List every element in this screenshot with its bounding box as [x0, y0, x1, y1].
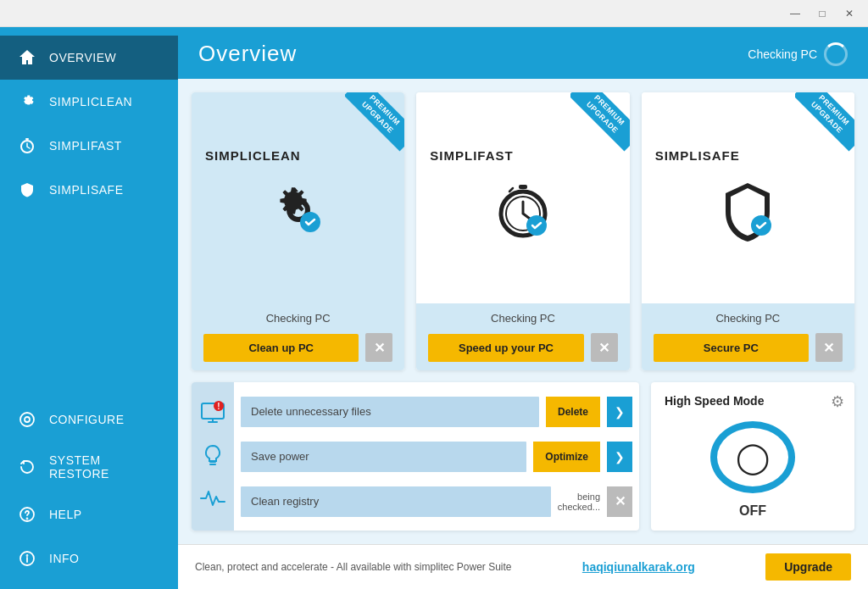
task-savepower-label: Save power: [241, 442, 526, 472]
simplifast-card-bottom: Checking PC Speed up your PC ✕: [416, 303, 629, 370]
simplifast-actions: Speed up your PC ✕: [428, 333, 617, 362]
highspeed-title: High Speed Mode: [665, 394, 764, 408]
svg-text:!: !: [217, 402, 220, 411]
svg-rect-1: [25, 138, 29, 140]
footer: Clean, protect and accelerate - All avai…: [178, 544, 868, 589]
sidebar-item-system-restore[interactable]: System Restore: [0, 442, 178, 492]
cards-row: PREMIUMUPGRADE SIMPLICLEAN: [192, 92, 854, 370]
simplisafe-cancel-button[interactable]: ✕: [815, 333, 843, 362]
power-toggle-button[interactable]: ◯: [710, 421, 795, 493]
simplifast-premium-badge: PREMIUMUPGRADE: [570, 92, 630, 152]
window-titlebar: — □ ✕: [0, 0, 868, 27]
sidebar-item-help[interactable]: Help: [0, 492, 178, 536]
simpliclean-icon: [264, 176, 332, 244]
main-content: Overview Checking PC PREMIUMUPGRADE SIMP…: [178, 27, 868, 589]
registry-status: beingchecked...: [558, 492, 600, 512]
close-button[interactable]: ✕: [837, 5, 861, 22]
clean-up-pc-button[interactable]: Clean up PC: [203, 334, 359, 362]
simplisafe-card-title: SIMPLISAFE: [655, 148, 740, 163]
sidebar-item-simplifast[interactable]: SIMPLIFAST: [0, 124, 178, 168]
svg-rect-11: [519, 185, 527, 189]
simplisafe-status: Checking PC: [654, 312, 843, 325]
header-status: Checking PC: [748, 42, 848, 66]
power-status: OFF: [739, 503, 766, 519]
simpliclean-card-bottom: Checking PC Clean up PC ✕: [192, 303, 404, 370]
svg-rect-18: [209, 464, 216, 465]
svg-point-3: [25, 417, 30, 422]
page-title: Overview: [198, 41, 297, 67]
svg-rect-17: [209, 461, 216, 463]
highspeed-panel: High Speed Mode ⚙ ◯ OFF: [651, 382, 854, 531]
simpliclean-card-title: SIMPLICLEAN: [205, 148, 301, 163]
task-row-delete: Delete unnecessary files Delete ❯: [234, 391, 639, 433]
task-row-registry: Clean registry beingchecked... ✕: [234, 481, 639, 523]
simpliclean-actions: Clean up PC ✕: [203, 333, 392, 362]
upgrade-button[interactable]: Upgrade: [765, 553, 851, 581]
svg-point-7: [27, 555, 28, 556]
optimize-action-button[interactable]: Optimize: [533, 442, 600, 472]
gear-icon: [17, 92, 37, 112]
simplisafe-card: PREMIUMUPGRADE SIMPLISAFE: [642, 92, 854, 370]
info-icon: [17, 548, 37, 569]
maximize-button[interactable]: □: [810, 5, 834, 22]
footer-text: Clean, protect and accelerate - All avai…: [195, 561, 512, 573]
sidebar: Overview SIMPLICLEAN SIMPLIFAST: [0, 27, 178, 589]
sidebar-systemrestore-label: System Restore: [49, 453, 161, 481]
simplifast-cancel-button[interactable]: ✕: [591, 333, 618, 362]
simpliclean-cancel-button[interactable]: ✕: [365, 333, 392, 362]
simplifast-icon: [489, 176, 557, 244]
secure-pc-button[interactable]: Secure PC: [654, 334, 809, 362]
delete-arrow-button[interactable]: ❯: [607, 397, 632, 427]
computer-alert-icon: !: [198, 397, 228, 428]
sidebar-item-simpliclean[interactable]: SIMPLICLEAN: [0, 80, 178, 124]
power-icon: ◯: [736, 440, 770, 475]
sidebar-item-simplisafe[interactable]: SIMPLISAFE: [0, 168, 178, 212]
svg-point-2: [20, 413, 34, 426]
sidebar-overview-label: Overview: [49, 51, 116, 64]
sidebar-item-configure[interactable]: Configure: [0, 397, 178, 442]
simpliclean-card: PREMIUMUPGRADE SIMPLICLEAN: [192, 92, 404, 370]
sidebar-simplifast-label: SIMPLIFAST: [49, 139, 122, 153]
simpliclean-premium-badge: PREMIUMUPGRADE: [345, 92, 404, 152]
task-row-savepower: Save power Optimize ❯: [234, 436, 639, 478]
simplisafe-icon: [714, 176, 782, 244]
app-container: Overview SIMPLICLEAN SIMPLIFAST: [0, 27, 868, 589]
sidebar-item-overview[interactable]: Overview: [0, 36, 178, 80]
bottom-row: !: [192, 382, 854, 531]
sidebar-configure-label: Configure: [49, 413, 125, 426]
lightbulb-icon: [198, 441, 228, 471]
window-controls: — □ ✕: [783, 5, 861, 22]
sidebar-simpliclean-label: SIMPLICLEAN: [49, 95, 132, 108]
simplifast-card-title: SIMPLIFAST: [430, 148, 513, 163]
restore-icon: [17, 457, 37, 477]
configure-icon: [17, 409, 37, 430]
sidebar-help-label: Help: [49, 508, 82, 521]
task-delete-label: Delete unnecessary files: [241, 397, 539, 427]
tasks-icons-col: !: [192, 382, 234, 531]
minimize-button[interactable]: —: [783, 5, 807, 22]
premium-label-2: PREMIUMUPGRADE: [570, 92, 630, 151]
health-icon: [198, 485, 228, 515]
svg-point-5: [27, 519, 28, 520]
sidebar-item-info[interactable]: Info: [0, 536, 178, 581]
registry-cancel-button[interactable]: ✕: [607, 486, 632, 517]
shield-icon: [17, 180, 37, 200]
watermark: haqiqiunalkarak.org: [582, 560, 695, 574]
highspeed-settings-button[interactable]: ⚙: [831, 392, 844, 411]
optimize-arrow-button[interactable]: ❯: [607, 442, 632, 472]
delete-action-button[interactable]: Delete: [546, 397, 600, 427]
speed-up-pc-button[interactable]: Speed up your PC: [428, 334, 583, 362]
checking-status-label: Checking PC: [748, 47, 817, 61]
loading-spinner: [824, 42, 848, 66]
sidebar-bottom: Configure System Restore: [0, 397, 178, 589]
timer-icon: [17, 136, 37, 156]
simplifast-card: PREMIUMUPGRADE SIMPLIFAST: [416, 92, 629, 370]
help-icon: [17, 504, 37, 525]
premium-label: PREMIUMUPGRADE: [345, 92, 404, 151]
sidebar-info-label: Info: [49, 552, 79, 565]
sidebar-simplisafe-label: SIMPLISAFE: [49, 183, 123, 197]
premium-label-3: PREMIUMUPGRADE: [795, 92, 854, 151]
simplisafe-premium-badge: PREMIUMUPGRADE: [795, 92, 854, 152]
task-registry-label: Clean registry: [241, 486, 551, 517]
simpliclean-status: Checking PC: [203, 312, 392, 325]
